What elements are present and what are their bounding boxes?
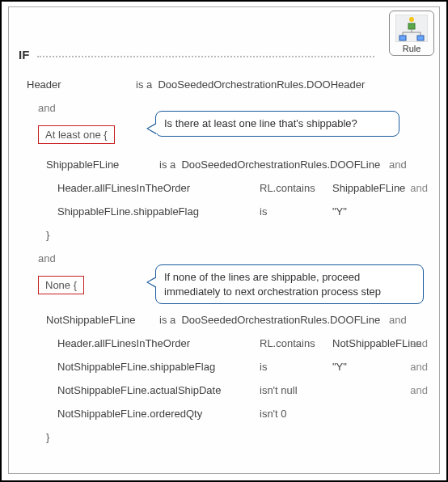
section-divider (37, 56, 374, 57)
rule-editor-frame: Rule IF Header is a DooSeededOrchestrati… (0, 0, 448, 482)
pattern-type: DooSeededOrchestrationRules.DOOFLine (181, 314, 380, 326)
connector-and: and (410, 337, 428, 349)
quantifier-at-least-one[interactable]: At least one { (38, 125, 115, 144)
pattern-notshippable[interactable]: NotShippableFLine is a DooSeededOrchestr… (46, 314, 428, 326)
op-is: is (260, 205, 332, 218)
rule-badge[interactable]: Rule (389, 11, 434, 56)
cond-lhs: NotShippableFLine.orderedQty (57, 408, 260, 420)
connector-and: and (389, 314, 407, 326)
cond-rhs: NotShippableFLine (332, 337, 422, 349)
connector-and: and (410, 182, 428, 194)
if-heading: IF (19, 48, 29, 61)
op-rlcontains: RL.contains (260, 182, 332, 194)
block-close: } (46, 229, 49, 241)
pattern-header[interactable]: Header is a DooSeededOrchestrationRules.… (27, 78, 428, 91)
pattern-type: DooSeededOrchestrationRules.DOOFLine (181, 159, 380, 171)
pattern-var: ShippableFLine (46, 159, 159, 171)
callout-none: If none of the lines are shippable, proc… (155, 264, 424, 304)
op-is-a: is a (159, 314, 175, 326)
condition-row[interactable]: Header.allFLinesInTheOrder RL.contains S… (57, 182, 428, 194)
op-rlcontains: RL.contains (260, 337, 332, 349)
svg-rect-2 (408, 23, 415, 29)
condition-row[interactable]: ShippableFLine.shippableFlag is "Y" (57, 205, 428, 218)
condition-row[interactable]: NotShippableFLine.actualShipDate isn't n… (57, 384, 428, 396)
rule-editor-inner: Rule IF Header is a DooSeededOrchestrati… (8, 6, 440, 474)
rule-badge-label: Rule (403, 44, 421, 53)
connector-and: and (38, 252, 56, 264)
callout-text: If none of the lines are shippable, proc… (164, 271, 381, 298)
connector-and: and (410, 384, 428, 396)
connector-and: and (389, 159, 407, 171)
cond-lhs: NotShippableFLine.actualShipDate (57, 384, 260, 396)
cond-rhs: ShippableFLine (332, 182, 405, 194)
rule-body: Header is a DooSeededOrchestrationRules.… (27, 78, 428, 465)
svg-rect-8 (417, 36, 424, 40)
op-is-a: is a (136, 78, 152, 91)
svg-point-1 (409, 17, 414, 22)
block-close: } (46, 431, 49, 443)
pattern-type: DooSeededOrchestrationRules.DOOHeader (158, 78, 365, 91)
quantifier-none[interactable]: None { (38, 276, 84, 294)
op-is-a: is a (159, 159, 175, 171)
cond-rhs: "Y" (332, 205, 347, 218)
connector-and: and (410, 361, 428, 373)
callout-text: Is there at least one line that's shippa… (164, 117, 357, 129)
pattern-shippable[interactable]: ShippableFLine is a DooSeededOrchestrati… (46, 159, 428, 171)
op-isnt-null: isn't null (260, 384, 332, 396)
cond-lhs: ShippableFLine.shippableFlag (57, 205, 260, 218)
condition-row[interactable]: NotShippableFLine.shippableFlag is "Y" a… (57, 361, 428, 373)
callout-at-least-one: Is there at least one line that's shippa… (155, 111, 399, 137)
pattern-var: NotShippableFLine (46, 314, 159, 326)
svg-rect-7 (399, 36, 406, 40)
pattern-var: Header (27, 78, 136, 91)
rule-tree-icon (395, 15, 428, 42)
connector-and: and (38, 102, 56, 114)
cond-lhs: Header.allFLinesInTheOrder (57, 182, 260, 194)
op-is: is (260, 361, 332, 373)
cond-lhs: NotShippableFLine.shippableFlag (57, 361, 260, 373)
cond-rhs: "Y" (332, 361, 347, 373)
cond-lhs: Header.allFLinesInTheOrder (57, 337, 260, 349)
condition-row[interactable]: NotShippableFLine.orderedQty isn't 0 (57, 408, 428, 420)
op-isnt-0: isn't 0 (260, 408, 332, 420)
condition-row[interactable]: Header.allFLinesInTheOrder RL.contains N… (57, 337, 428, 349)
